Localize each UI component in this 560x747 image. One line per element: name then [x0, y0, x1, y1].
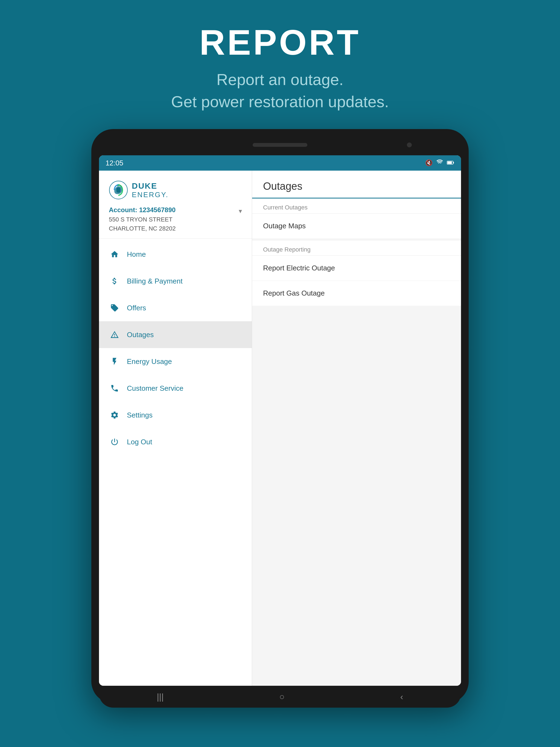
- tablet-speaker: [253, 143, 307, 147]
- sidebar-item-energy-label: Energy Usage: [127, 357, 172, 366]
- page-subtitle: Report an outage. Get power restoration …: [171, 68, 389, 113]
- billing-icon: [109, 275, 120, 287]
- logo-section: DUKE ENERGY. Account: 1234567890 550 S T…: [99, 171, 252, 239]
- sidebar: DUKE ENERGY. Account: 1234567890 550 S T…: [99, 171, 252, 686]
- sidebar-item-billing[interactable]: Billing & Payment: [99, 268, 252, 294]
- home-icon: [109, 249, 120, 260]
- report-electric-item[interactable]: Report Electric Outage: [252, 256, 461, 281]
- svg-rect-2: [448, 162, 452, 164]
- outages-icon: [109, 329, 120, 340]
- sidebar-item-home-label: Home: [127, 250, 146, 259]
- nav-home-icon[interactable]: ○: [279, 692, 284, 702]
- page-header: REPORT Report an outage. Get power resto…: [171, 22, 389, 113]
- nav-back-icon[interactable]: ‹: [400, 692, 403, 702]
- duke-logo: DUKE ENERGY.: [109, 180, 242, 200]
- account-section: Account: 1234567890 550 S TRYON STREET C…: [109, 206, 242, 233]
- phone-icon: [109, 383, 120, 394]
- duke-logo-icon: [109, 180, 128, 200]
- offers-icon: [109, 302, 120, 314]
- sidebar-item-logout[interactable]: Log Out: [99, 429, 252, 455]
- duke-name: DUKE: [132, 181, 169, 190]
- nav-menu-icon[interactable]: |||: [157, 692, 164, 702]
- sidebar-item-settings[interactable]: Settings: [99, 402, 252, 429]
- content-title: Outages: [263, 180, 450, 198]
- account-dropdown-arrow[interactable]: ▾: [239, 207, 242, 215]
- power-icon: [109, 436, 120, 447]
- battery-icon: [447, 159, 455, 166]
- sidebar-item-offers-label: Offers: [127, 304, 146, 312]
- outage-reporting-label: Outage Reporting: [252, 241, 461, 256]
- account-address: 550 S TRYON STREET CHARLOTTE, NC 28202: [109, 215, 176, 233]
- app-content: DUKE ENERGY. Account: 1234567890 550 S T…: [99, 171, 461, 686]
- svg-rect-1: [453, 162, 454, 163]
- sidebar-item-outages-label: Outages: [127, 331, 154, 339]
- energy-name: ENERGY.: [132, 190, 169, 199]
- sidebar-item-energy-usage[interactable]: Energy Usage: [99, 348, 252, 375]
- sidebar-item-outages[interactable]: Outages: [99, 321, 252, 348]
- wifi-icon: [436, 159, 443, 167]
- energy-icon: [109, 356, 120, 367]
- sidebar-item-billing-label: Billing & Payment: [127, 277, 183, 285]
- account-info: Account: 1234567890 550 S TRYON STREET C…: [109, 206, 176, 233]
- tablet-frame: 12:05 🔇: [91, 129, 469, 703]
- sidebar-item-settings-label: Settings: [127, 411, 153, 419]
- gear-icon: [109, 409, 120, 421]
- tablet-camera: [407, 143, 412, 147]
- page-title: REPORT: [171, 22, 389, 63]
- outage-reporting-section: Outage Reporting Report Electric Outage …: [252, 241, 461, 306]
- status-bar: 12:05 🔇: [99, 155, 461, 171]
- main-content: Outages Current Outages Outage Maps Outa…: [252, 171, 461, 686]
- tablet-top-bar: [99, 137, 461, 153]
- content-header: Outages: [252, 171, 461, 199]
- outage-maps-item[interactable]: Outage Maps: [252, 213, 461, 238]
- current-outages-section: Current Outages Outage Maps: [252, 199, 461, 238]
- account-number: Account: 1234567890: [109, 206, 176, 214]
- sidebar-item-logout-label: Log Out: [127, 438, 152, 446]
- sidebar-item-customer-service[interactable]: Customer Service: [99, 375, 252, 402]
- duke-logo-text: DUKE ENERGY.: [132, 181, 169, 199]
- tablet-screen: 12:05 🔇: [99, 155, 461, 686]
- sidebar-item-home[interactable]: Home: [99, 241, 252, 268]
- sound-icon: 🔇: [425, 159, 433, 166]
- tablet-bottom-bar: ||| ○ ‹: [99, 686, 461, 707]
- sidebar-item-customer-service-label: Customer Service: [127, 384, 183, 393]
- nav-items: Home Billing & Payment: [99, 239, 252, 686]
- status-icons: 🔇: [425, 159, 455, 167]
- status-time: 12:05: [105, 159, 123, 168]
- current-outages-label: Current Outages: [252, 199, 461, 213]
- report-gas-item[interactable]: Report Gas Outage: [252, 281, 461, 306]
- sidebar-item-offers[interactable]: Offers: [99, 294, 252, 321]
